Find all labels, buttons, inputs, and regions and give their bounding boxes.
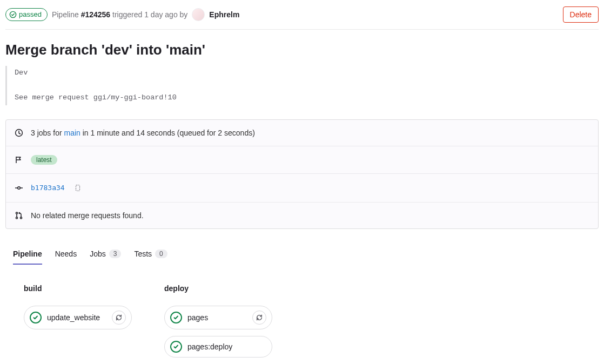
- tab-pipeline[interactable]: Pipeline: [13, 244, 42, 265]
- clipboard-icon: [74, 184, 82, 192]
- job-pages-deploy[interactable]: pages:deploy: [164, 336, 272, 358]
- info-row-mr: No related merge requests found.: [6, 203, 598, 228]
- svg-point-6: [20, 217, 22, 219]
- copy-sha-button[interactable]: [72, 183, 83, 193]
- tag-latest: latest: [31, 155, 57, 165]
- branch-link[interactable]: main: [64, 129, 80, 137]
- job-pages[interactable]: pages: [164, 306, 272, 329]
- success-icon: [170, 341, 182, 353]
- commit-sha-link[interactable]: b1783a34: [31, 184, 65, 192]
- author-name[interactable]: Ephrelm: [209, 10, 239, 19]
- mr-text: No related merge requests found.: [31, 211, 144, 220]
- delete-button[interactable]: Delete: [563, 6, 599, 23]
- stage-deploy: deploy pages pages:deploy: [164, 284, 272, 364]
- success-icon: [30, 312, 42, 323]
- job-name: update_website: [47, 313, 106, 322]
- jobs-count-badge: 3: [109, 250, 122, 258]
- job-name: pages:deploy: [187, 342, 266, 351]
- retry-icon: [256, 314, 263, 321]
- flag-icon: [15, 156, 23, 164]
- info-row-commit: b1783a34: [6, 174, 598, 203]
- tab-tests[interactable]: Tests0: [134, 244, 167, 265]
- success-icon: [170, 312, 182, 323]
- avatar[interactable]: [192, 8, 205, 21]
- retry-button[interactable]: [252, 311, 266, 325]
- pipeline-graph: build update_website deploy pages pages:…: [5, 284, 599, 364]
- status-badge[interactable]: passed: [5, 8, 48, 21]
- retry-icon: [115, 314, 123, 321]
- status-label: passed: [19, 10, 42, 19]
- page-title: Merge branch 'dev' into 'main': [5, 42, 599, 58]
- svg-point-4: [16, 212, 17, 214]
- tabs: Pipeline Needs Jobs3 Tests0: [5, 244, 599, 265]
- stage-build: build update_website: [24, 284, 132, 364]
- svg-rect-3: [76, 185, 79, 191]
- svg-point-5: [16, 217, 17, 219]
- check-circle-icon: [9, 11, 17, 18]
- pipeline-trigger-text: Pipeline #124256 triggered 1 day ago by: [52, 10, 187, 19]
- jobs-summary: 3 jobs for main in 1 minute and 14 secon…: [31, 129, 255, 137]
- info-row-flag: latest: [6, 146, 598, 174]
- job-update-website[interactable]: update_website: [24, 306, 132, 329]
- pipeline-info-card: 3 jobs for main in 1 minute and 14 secon…: [5, 119, 599, 229]
- tests-count-badge: 0: [155, 250, 167, 258]
- commit-message: Dev See merge request ggi/my-ggi-board!1…: [5, 66, 599, 105]
- svg-point-2: [18, 187, 21, 190]
- job-name: pages: [187, 313, 247, 322]
- merge-request-icon: [15, 211, 23, 220]
- info-row-jobs: 3 jobs for main in 1 minute and 14 secon…: [6, 120, 598, 146]
- stage-title: deploy: [164, 284, 272, 293]
- clock-icon: [15, 129, 23, 137]
- tab-needs[interactable]: Needs: [55, 244, 77, 265]
- tab-jobs[interactable]: Jobs3: [90, 244, 121, 265]
- retry-button[interactable]: [112, 311, 126, 325]
- stage-title: build: [24, 284, 132, 293]
- commit-icon: [15, 184, 23, 192]
- pipeline-header: passed Pipeline #124256 triggered 1 day …: [5, 4, 599, 30]
- pipeline-id: #124256: [81, 10, 111, 19]
